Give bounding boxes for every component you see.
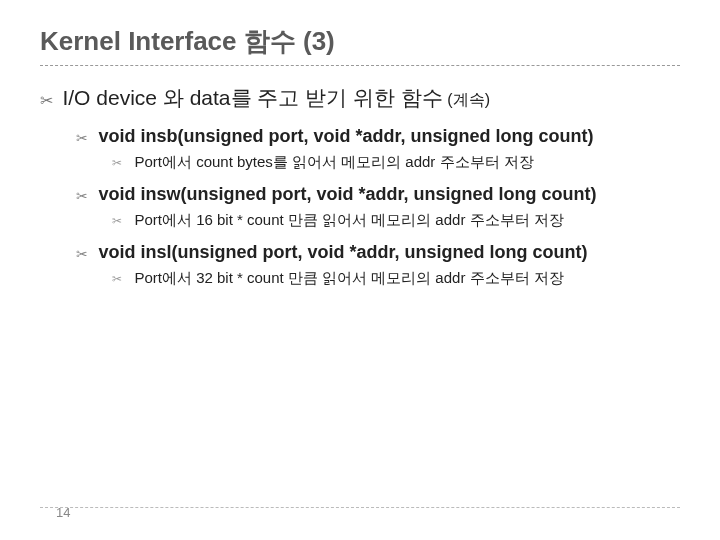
scissors-icon: ✂ xyxy=(112,214,130,228)
function-signature: void insw(unsigned port, void *addr, uns… xyxy=(98,184,596,204)
slide-container: Kernel Interface 함수 (3) ✂ I/O device 와 d… xyxy=(0,0,720,540)
function-item: ✂ void insw(unsigned port, void *addr, u… xyxy=(76,184,680,205)
section-heading: I/O device 와 data를 주고 받기 위한 함수 xyxy=(62,86,442,109)
function-signature: void insb(unsigned port, void *addr, uns… xyxy=(98,126,593,146)
scissors-icon: ✂ xyxy=(76,130,94,146)
scissors-icon: ✂ xyxy=(76,246,94,262)
function-description-row: ✂ Port에서 16 bit * count 만큼 읽어서 메모리의 addr… xyxy=(112,211,680,230)
function-description-row: ✂ Port에서 32 bit * count 만큼 읽어서 메모리의 addr… xyxy=(112,269,680,288)
function-description: Port에서 count bytes를 읽어서 메모리의 addr 주소부터 저… xyxy=(134,153,533,170)
scissors-icon: ✂ xyxy=(76,188,94,204)
section-heading-row: ✂ I/O device 와 data를 주고 받기 위한 함수 (계속) xyxy=(40,84,680,112)
footer-divider xyxy=(40,507,680,508)
function-description: Port에서 16 bit * count 만큼 읽어서 메모리의 addr 주… xyxy=(134,211,563,228)
section-heading-suffix: (계속) xyxy=(447,91,490,108)
scissors-icon: ✂ xyxy=(112,272,130,286)
function-item: ✂ void insl(unsigned port, void *addr, u… xyxy=(76,242,680,263)
function-description-row: ✂ Port에서 count bytes를 읽어서 메모리의 addr 주소부터… xyxy=(112,153,680,172)
function-signature: void insl(unsigned port, void *addr, uns… xyxy=(98,242,587,262)
function-description: Port에서 32 bit * count 만큼 읽어서 메모리의 addr 주… xyxy=(134,269,563,286)
scissors-icon: ✂ xyxy=(112,156,130,170)
page-number: 14 xyxy=(56,505,70,520)
scissors-icon: ✂ xyxy=(40,91,58,110)
title-divider xyxy=(40,65,680,66)
slide-title: Kernel Interface 함수 (3) xyxy=(40,24,680,59)
function-item: ✂ void insb(unsigned port, void *addr, u… xyxy=(76,126,680,147)
